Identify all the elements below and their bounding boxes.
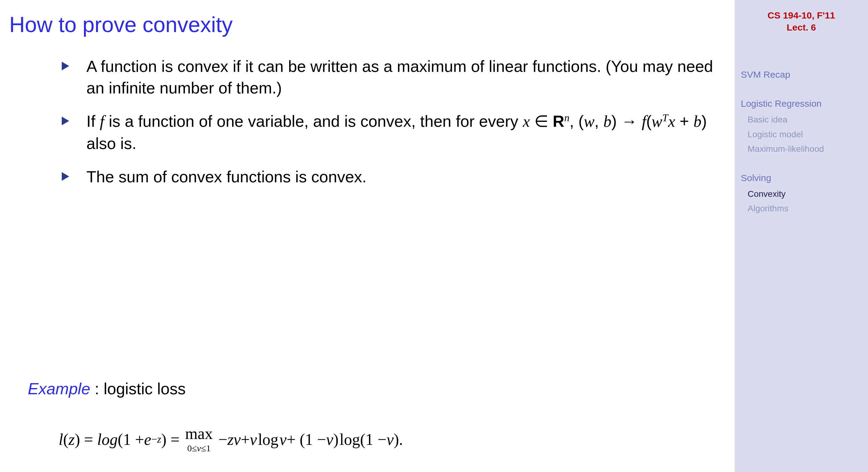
nav-section[interactable]: SVM Recap (741, 67, 862, 82)
course-code: CS 194-10, F'11 (741, 9, 862, 21)
nav-section[interactable]: Solving (741, 171, 862, 186)
lecture-number: Lect. 6 (741, 21, 862, 33)
bullet-text: The sum of convex functions is convex. (87, 168, 367, 186)
bullet-item: If f is a function of one variable, and … (62, 110, 719, 154)
bullet-item: A function is convex if it can be writte… (62, 56, 719, 99)
sidebar: CS 194-10, F'11 Lect. 6 SVM Recap Logist… (735, 0, 868, 472)
equation: l(z) = log(1 + e−z) = max 0≤v≤1 −zv + v … (59, 426, 403, 453)
nav-section[interactable]: Logistic Regression (741, 96, 862, 111)
slide: How to prove convexity A function is con… (0, 0, 868, 472)
nav-item[interactable]: Algorithms (748, 201, 862, 216)
example-suffix: : logistic loss (90, 380, 186, 398)
course-header: CS 194-10, F'11 Lect. 6 (741, 9, 862, 33)
slide-title: How to prove convexity (9, 12, 719, 37)
bullet-text: A function is convex if it can be writte… (87, 57, 713, 97)
bullet-list: A function is convex if it can be writte… (9, 56, 719, 188)
main-content: How to prove convexity A function is con… (0, 0, 735, 472)
bullet-item: The sum of convex functions is convex. (62, 166, 719, 188)
nav-item[interactable]: Basic idea (748, 112, 862, 127)
nav-item[interactable]: Maximum-likelihood (748, 142, 862, 157)
nav-item[interactable]: Logistic model (748, 127, 862, 142)
max-operator: max 0≤v≤1 (185, 426, 213, 453)
nav-item-active[interactable]: Convexity (748, 187, 862, 201)
example-line: Example : logistic loss (28, 379, 186, 398)
example-label: Example (28, 380, 90, 398)
bullet-text: If f is a function of one variable, and … (87, 112, 707, 152)
